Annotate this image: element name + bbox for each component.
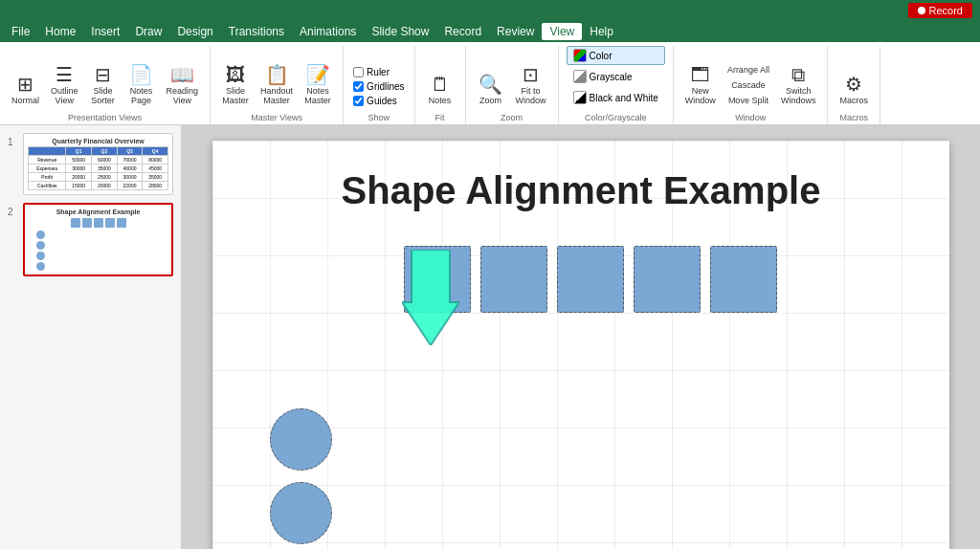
show-checkboxes: Ruler Gridlines Guides [351, 66, 406, 107]
fit-window-icon: ⊡ [523, 65, 539, 84]
slide-square-4[interactable] [634, 246, 701, 313]
title-bar: Record [0, 0, 980, 21]
switch-windows-button[interactable]: ⧉ SwitchWindows [777, 63, 820, 107]
gridlines-check-input[interactable] [353, 81, 364, 92]
menu-review[interactable]: Review [489, 23, 542, 40]
zoom-button[interactable]: 🔍 Zoom [474, 73, 508, 107]
menu-draw[interactable]: Draw [127, 23, 169, 40]
arrange-all-button[interactable]: Arrange All [724, 63, 773, 77]
notes-page-button[interactable]: 📄 NotesPage [124, 63, 159, 107]
handout-master-button[interactable]: 📋 HandoutMaster [256, 63, 297, 107]
outline-view-button[interactable]: ☰ OutlineView [47, 63, 82, 107]
handout-master-icon: 📋 [265, 65, 289, 84]
macros-button[interactable]: ⚙ Macros [835, 73, 872, 107]
guides-check-input[interactable] [353, 96, 364, 106]
macros-icon: ⚙ [845, 75, 862, 94]
menu-animations[interactable]: Animations [292, 23, 364, 40]
menu-design[interactable]: Design [169, 23, 220, 40]
slide-thumb-2[interactable]: 2 Shape Alignment Example [8, 203, 173, 276]
window-group-label: Window [735, 111, 766, 124]
notes-icon: 🗒 [431, 75, 450, 94]
thumb-circle-2 [36, 241, 45, 250]
ribbon-group-show: Ruler Gridlines Guides Show [344, 46, 414, 124]
slide-square-3[interactable] [557, 246, 624, 313]
reading-view-button[interactable]: 📖 ReadingView [163, 63, 203, 107]
fit-window-label: Fit toWindow [516, 86, 546, 105]
slide-sorter-button[interactable]: ⊟ SlideSorter [86, 63, 121, 107]
outline-view-label: OutlineView [51, 86, 78, 105]
thumb-circle-3 [36, 252, 45, 260]
grayscale-button[interactable]: Grayscale [567, 67, 665, 86]
presentation-views-label: Presentation Views [68, 111, 142, 124]
notes-group-label: Fit [435, 111, 445, 124]
slide-master-button[interactable]: 🖼 SlideMaster [218, 63, 253, 107]
menu-insert[interactable]: Insert [83, 23, 127, 40]
gridlines-checkbox[interactable]: Gridlines [351, 80, 406, 93]
slide-num-1: 1 [8, 137, 19, 147]
ruler-checkbox[interactable]: Ruler [351, 66, 406, 78]
guides-label: Guides [367, 96, 397, 106]
handout-master-label: HandoutMaster [260, 86, 293, 105]
slide-num-2: 2 [8, 207, 19, 217]
slides-panel[interactable]: 1 Quarterly Financial Overview Q1Q2Q3Q4 … [0, 125, 182, 549]
slide-sorter-icon: ⊟ [95, 65, 111, 84]
guides-checkbox[interactable]: Guides [351, 95, 406, 107]
slide-square-2[interactable] [480, 246, 547, 313]
thumb-square-5 [117, 218, 126, 228]
outline-view-icon: ☰ [56, 65, 73, 84]
menu-record[interactable]: Record [436, 23, 489, 40]
master-views-label: Master Views [251, 111, 302, 124]
slide-thumb-1[interactable]: 1 Quarterly Financial Overview Q1Q2Q3Q4 … [8, 133, 173, 195]
grayscale-swatch-icon [573, 70, 587, 83]
move-split-button[interactable]: Move Split [724, 94, 773, 107]
arrange-all-label: Arrange All [727, 65, 769, 75]
notes-button[interactable]: 🗒 Notes [423, 73, 457, 107]
slide-master-icon: 🖼 [226, 65, 245, 84]
record-label: Record [929, 5, 963, 16]
grayscale-label: Grayscale [590, 72, 633, 82]
ribbon-group-presentation-views: ⊞ Normal ☰ OutlineView ⊟ SlideSorter 📄 N… [0, 46, 211, 124]
new-window-button[interactable]: 🗔 NewWindow [681, 63, 720, 107]
slide1-thumb-table: Q1Q2Q3Q4 Revenue50000600007000080000 Exp… [28, 146, 168, 190]
ruler-check-input[interactable] [353, 67, 364, 77]
reading-view-label: ReadingView [167, 86, 199, 105]
slide2-thumb-title: Shape Alignment Example [29, 209, 167, 215]
slide-circle-2[interactable] [270, 482, 332, 544]
ribbon-group-master-views: 🖼 SlideMaster 📋 HandoutMaster 📝 NotesMas… [211, 46, 344, 124]
move-split-label: Move Split [728, 96, 768, 105]
menu-transitions[interactable]: Transitions [221, 23, 292, 40]
gridlines-label: Gridlines [367, 81, 404, 92]
cascade-label: Cascade [731, 80, 766, 90]
switch-windows-icon: ⧉ [791, 65, 805, 84]
slide-preview-1[interactable]: Quarterly Financial Overview Q1Q2Q3Q4 Re… [23, 133, 173, 195]
canvas-area: Shape Alignment Example [182, 125, 980, 549]
notes-master-button[interactable]: 📝 NotesMaster [301, 63, 335, 107]
menu-file[interactable]: File [4, 23, 37, 40]
black-white-button[interactable]: Black and White [567, 88, 665, 107]
slide2-thumb-circles [29, 231, 167, 271]
color-label: Color [590, 51, 612, 61]
menu-slideshow[interactable]: Slide Show [364, 23, 436, 40]
thumb-circle-1 [36, 231, 45, 239]
window-stacked: Arrange All Cascade Move Split [724, 63, 773, 107]
menu-help[interactable]: Help [582, 23, 621, 40]
zoom-label-group: Zoom [501, 111, 523, 124]
svg-marker-0 [402, 250, 459, 345]
slide-circle-1[interactable] [270, 408, 332, 471]
slide-square-5[interactable] [710, 246, 777, 313]
menu-bar: File Home Insert Draw Design Transitions… [0, 21, 980, 42]
ribbon-group-macros: ⚙ Macros Macros [828, 46, 880, 124]
menu-view[interactable]: View [542, 23, 582, 40]
reading-view-icon: 📖 [170, 65, 194, 84]
slide-preview-2[interactable]: Shape Alignment Example [23, 203, 173, 276]
thumb-square-3 [94, 218, 103, 228]
color-button[interactable]: Color [567, 46, 665, 65]
color-swatch-icon [573, 49, 587, 62]
fit-to-window-button[interactable]: ⊡ Fit toWindow [512, 63, 550, 107]
normal-view-button[interactable]: ⊞ Normal [8, 73, 43, 107]
cascade-button[interactable]: Cascade [724, 78, 773, 92]
menu-home[interactable]: Home [37, 23, 83, 40]
new-window-icon: 🗔 [691, 65, 710, 84]
record-button[interactable]: Record [908, 3, 972, 18]
slide-canvas: Shape Alignment Example [212, 141, 949, 549]
